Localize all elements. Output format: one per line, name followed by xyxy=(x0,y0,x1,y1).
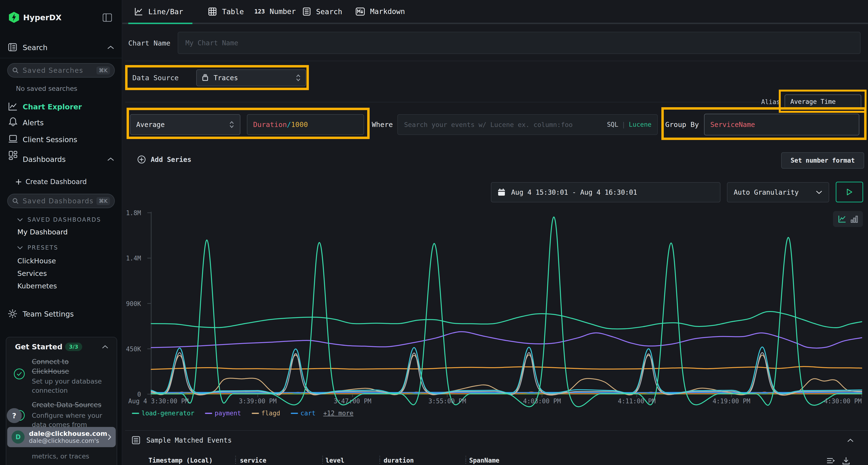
data-source-label: Data Source xyxy=(132,74,179,82)
series-line-other-2 xyxy=(151,347,862,393)
sidebar-divider xyxy=(0,58,122,58)
main-content: Line/Bar Table 123 Number Search Markdow… xyxy=(122,0,868,465)
saved-dashboards-group[interactable]: SAVED DASHBOARDS xyxy=(17,217,101,223)
sidebar-item-dashboards[interactable]: Dashboards xyxy=(23,155,66,164)
legend-label: load-generator xyxy=(142,409,194,417)
download-icon[interactable] xyxy=(842,457,850,465)
chevron-up-icon[interactable] xyxy=(107,157,114,161)
data-source-select[interactable]: Traces xyxy=(196,69,306,86)
x-tick-label: Aug 4 3:30:00 PM xyxy=(128,398,189,405)
active-tab-underline xyxy=(128,23,192,24)
date-range-input[interactable]: Aug 4 15:30:01 - Aug 4 16:30:01 xyxy=(491,182,720,202)
chevron-up-icon[interactable] xyxy=(107,45,114,49)
sidebar-item-client-sessions[interactable]: Client Sessions xyxy=(23,135,77,144)
add-series-button[interactable]: Add Series xyxy=(137,155,191,164)
event-list-icon xyxy=(132,436,140,444)
user-menu[interactable]: D dale@clickhouse.com dale@clickhouse.co… xyxy=(7,427,116,447)
series-line-payment xyxy=(151,332,862,348)
tab-table[interactable]: Table xyxy=(208,7,244,16)
sidebar-item-chart-explorer[interactable]: Chart Explorer xyxy=(23,103,82,111)
chevron-down-icon xyxy=(17,246,23,250)
saved-searches-placeholder: Saved Searches xyxy=(23,66,96,74)
run-query-button[interactable] xyxy=(836,182,863,202)
row-density-icon[interactable] xyxy=(827,457,835,465)
lucene-toggle[interactable]: Lucene xyxy=(629,121,651,128)
collapse-events-icon[interactable] xyxy=(847,438,854,442)
chart-name-input[interactable] xyxy=(178,32,861,54)
saved-searches-input[interactable]: Saved Searches ⌘K xyxy=(7,63,115,77)
sidebar-item-team-settings[interactable]: Team Settings xyxy=(23,310,74,318)
x-tick-label: 4:30:00 PM xyxy=(824,398,862,405)
chart-plot-area[interactable] xyxy=(151,212,862,394)
presets-group[interactable]: PRESETS xyxy=(17,244,58,251)
sidebar-item-search[interactable]: Search xyxy=(23,43,48,52)
alias-input[interactable] xyxy=(784,94,861,109)
tab-track xyxy=(122,23,868,24)
group-by-input[interactable]: ServiceName xyxy=(704,114,859,135)
avatar: D xyxy=(11,431,25,443)
y-tick-label: 1.8M xyxy=(122,209,141,217)
sidebar-item-my-dashboard[interactable]: My Dashboard xyxy=(18,228,68,236)
legend-label: flagd xyxy=(261,409,280,417)
tab-search[interactable]: Search xyxy=(303,7,342,16)
tab-number[interactable]: 123 Number xyxy=(254,7,296,16)
chevron-down-icon xyxy=(816,190,823,194)
dashboards-icon xyxy=(9,151,18,160)
granularity-select[interactable]: Auto Granularity xyxy=(727,182,829,202)
column-separator[interactable]: ⋮⋮ xyxy=(377,456,383,463)
sample-events-title: Sample Matched Events xyxy=(146,436,232,444)
set-number-format-button[interactable]: Set number format xyxy=(781,152,864,169)
sidebar-item-preset-clickhouse[interactable]: ClickHouse xyxy=(18,257,56,265)
aggregation-select[interactable]: Average xyxy=(130,114,240,135)
chevron-up-icon[interactable] xyxy=(102,345,108,349)
saved-dashboards-placeholder: Saved Dashboards xyxy=(23,197,96,205)
chart-y-axis: 0450K900K1.4M1.8M xyxy=(122,213,146,394)
column-separator[interactable]: ⋮⋮ xyxy=(320,456,326,463)
field-expression-input[interactable]: Duration/1000 xyxy=(247,114,364,135)
laptop-icon xyxy=(8,135,18,143)
get-started-item1-title[interactable]: Connect to ClickHouse xyxy=(32,357,102,376)
legend-item-flagd[interactable]: flagd xyxy=(252,409,280,417)
create-dashboard-button[interactable]: Create Dashboard xyxy=(16,178,87,186)
get-started-title: Get Started xyxy=(15,343,62,351)
events-divider xyxy=(125,430,868,431)
legend-item-cart[interactable]: cart xyxy=(291,409,316,417)
sidebar: HyperDX Search Saved Searches ⌘K No save… xyxy=(0,0,122,465)
series-line-other-3 xyxy=(151,353,862,394)
section-divider xyxy=(125,61,868,61)
aggregation-value: Average xyxy=(136,121,165,129)
sidebar-item-alerts[interactable]: Alerts xyxy=(23,119,44,127)
column-header-timestamp[interactable]: Timestamp (Local) xyxy=(149,457,213,464)
column-header-level[interactable]: level xyxy=(326,457,344,464)
column-separator[interactable]: ⋮⋮ xyxy=(233,456,239,463)
collapse-sidebar-icon[interactable] xyxy=(103,13,112,22)
legend-item-load-generator[interactable]: load-generator xyxy=(132,409,194,417)
granularity-value: Auto Granularity xyxy=(734,189,799,196)
legend-swatch xyxy=(291,413,298,414)
help-button[interactable]: ? xyxy=(7,408,22,423)
tab-markdown[interactable]: Markdown xyxy=(355,7,405,16)
legend-item-payment[interactable]: payment xyxy=(205,409,241,417)
series-line-flagd xyxy=(151,355,862,395)
tab-line-bar[interactable]: Line/Bar xyxy=(134,7,183,16)
sidebar-item-preset-services[interactable]: Services xyxy=(18,269,47,277)
user-subtitle: dale@clickhouse.com's xyxy=(29,437,107,444)
shortcut-badge: ⌘K xyxy=(96,197,110,205)
group-by-label: Group By xyxy=(665,121,699,129)
legend-more-link[interactable]: +12 more xyxy=(323,409,353,417)
search-results-icon xyxy=(303,7,311,16)
sidebar-item-preset-kubernetes[interactable]: Kubernetes xyxy=(18,282,57,290)
get-started-item2-title[interactable]: Create Data Sources xyxy=(32,401,114,409)
sample-events-header[interactable]: Sample Matched Events xyxy=(132,436,232,444)
saved-dashboards-input[interactable]: Saved Dashboards ⌘K xyxy=(7,194,115,208)
column-header-spanname[interactable]: SpanName xyxy=(469,457,499,464)
where-input[interactable]: SQL | Lucene xyxy=(397,114,658,135)
shortcut-badge: ⌘K xyxy=(96,66,110,74)
sql-toggle[interactable]: SQL xyxy=(607,121,618,128)
data-source-value: Traces xyxy=(214,74,238,82)
traces-icon xyxy=(202,74,209,81)
number-123-icon: 123 xyxy=(254,8,265,15)
column-header-service[interactable]: service xyxy=(240,457,267,464)
column-header-duration[interactable]: duration xyxy=(383,457,414,464)
column-separator[interactable]: ⋮⋮ xyxy=(463,456,469,463)
